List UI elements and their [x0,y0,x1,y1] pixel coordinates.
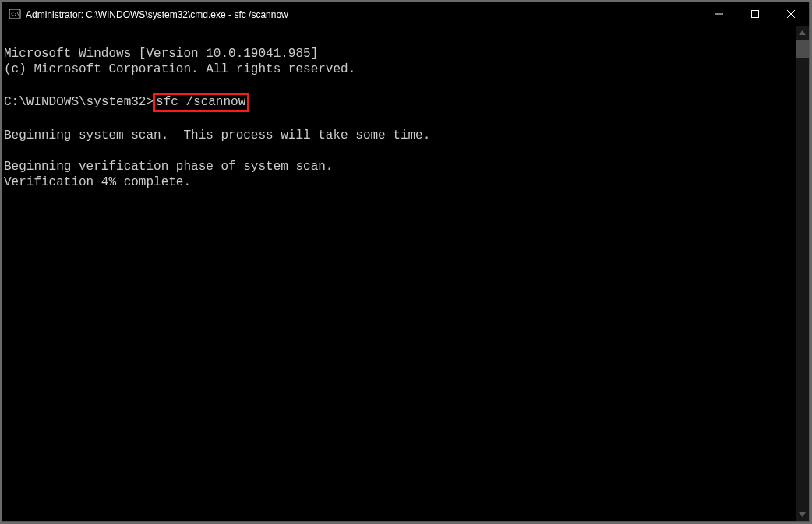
client-area: Microsoft Windows [Version 10.0.19041.98… [2,26,809,521]
output-line: Beginning verification phase of system s… [4,159,796,174]
window-controls [701,2,809,26]
vertical-scrollbar[interactable] [796,26,809,521]
svg-marker-7 [799,512,806,517]
command-highlight: sfc /scannow [153,93,249,112]
cmd-icon: C:\ [9,8,21,20]
console-output[interactable]: Microsoft Windows [Version 10.0.19041.98… [2,26,796,521]
output-blank [4,143,796,159]
scroll-up-button[interactable] [796,26,809,39]
output-line: Microsoft Windows [Version 10.0.19041.98… [4,46,796,62]
output-line: Beginning system scan. This process will… [4,128,796,143]
titlebar[interactable]: C:\ Administrator: C:\WINDOWS\system32\c… [2,2,809,26]
output-line: (c) Microsoft Corporation. All rights re… [4,62,796,77]
scroll-down-button[interactable] [796,508,809,521]
prompt-text: C:\WINDOWS\system32> [4,95,154,109]
prompt-line: C:\WINDOWS\system32>sfc /scannow [4,93,796,112]
scrollbar-thumb[interactable] [796,40,809,58]
minimize-button[interactable] [701,2,737,26]
svg-text:C:\: C:\ [11,11,19,16]
cmd-window: C:\ Administrator: C:\WINDOWS\system32\c… [2,2,810,522]
svg-rect-3 [752,11,759,18]
maximize-button[interactable] [737,2,773,26]
output-line: Verification 4% complete. [4,174,796,190]
command-text: sfc /scannow [156,95,245,109]
window-title: Administrator: C:\WINDOWS\system32\cmd.e… [26,9,701,20]
close-button[interactable] [773,2,809,26]
svg-marker-6 [799,30,806,35]
output-blank [4,77,796,93]
output-blank [4,112,796,128]
